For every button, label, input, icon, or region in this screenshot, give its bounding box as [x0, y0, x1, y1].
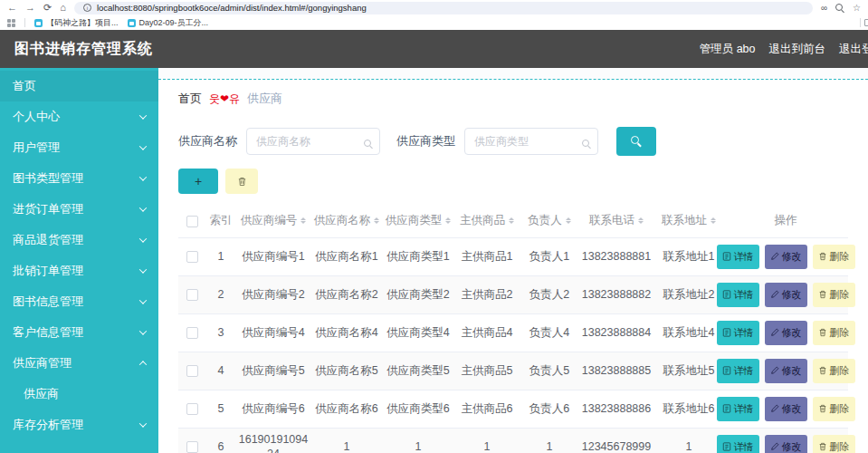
column-header-label: 索引 [210, 214, 233, 226]
detail-button[interactable]: 详情 [717, 283, 759, 307]
zoom-icon[interactable] [835, 4, 844, 13]
sort-carets-icon[interactable] [300, 215, 306, 226]
breadcrumb-home[interactable]: 首页 [178, 91, 202, 107]
column-header-label: 供应商名称 [314, 214, 371, 226]
edit-button[interactable]: 修改 [765, 245, 807, 269]
select-all-checkbox[interactable] [186, 216, 198, 227]
column-header[interactable]: 联系电话 [578, 205, 654, 237]
url-text[interactable]: localhost:8080/springbootk6oce/admin/dis… [97, 3, 367, 13]
url-field[interactable]: i localhost:8080/springbootk6oce/admin/d… [74, 2, 813, 14]
column-header[interactable]: 联系地址 [654, 205, 723, 237]
edit-button[interactable]: 修改 [765, 283, 807, 307]
sidebar-item-2[interactable]: 用户管理 [0, 132, 158, 163]
column-header[interactable]: 供应商类型 [383, 205, 453, 237]
edit-icon [770, 252, 779, 261]
row-checkbox[interactable] [186, 403, 198, 415]
row-checkbox[interactable] [186, 365, 198, 377]
delete-button[interactable]: 删除 [813, 283, 855, 307]
input-search-icon [582, 136, 591, 152]
table-header-checkbox-cell [178, 205, 205, 237]
header-menu: 管理员 abo 退出到前台 退出登录 [700, 42, 868, 57]
sidebar-item-label: 图书信息管理 [13, 294, 83, 310]
apps-grid-icon[interactable] [7, 19, 15, 27]
delete-button[interactable]: 删除 [813, 397, 855, 421]
detail-button[interactable]: 详情 [717, 245, 759, 269]
chevron-down-icon [139, 419, 147, 427]
sidebar-item-home[interactable]: 首页 [0, 71, 158, 101]
search-button[interactable] [616, 127, 656, 156]
row-checkbox[interactable] [186, 289, 198, 301]
row-checkbox-cell [178, 428, 205, 453]
supplier-type-input[interactable] [464, 128, 598, 155]
edit-button[interactable]: 修改 [765, 359, 807, 383]
cell-code: 供应商编号4 [236, 313, 310, 352]
detail-button[interactable]: 详情 [717, 359, 759, 383]
delete-button[interactable]: 删除 [813, 245, 855, 269]
sort-carets-icon[interactable] [711, 215, 716, 226]
edit-button[interactable]: 修改 [765, 397, 807, 421]
delete-button[interactable]: 删除 [813, 435, 855, 453]
sidebar-subitem-供应商[interactable]: 供应商 [0, 379, 158, 410]
sidebar-item-3[interactable]: 图书类型管理 [0, 163, 158, 194]
bookmark-label: Day02-09-员工分... [139, 17, 209, 29]
cell-product: 主供商品1 [453, 237, 520, 275]
sort-carets-icon[interactable] [638, 215, 644, 226]
exit-to-front-button[interactable]: 退出到前台 [769, 42, 826, 57]
delete-button[interactable]: 删除 [813, 359, 855, 383]
batch-delete-button[interactable] [225, 169, 258, 194]
column-header[interactable]: 供应商名称 [310, 205, 383, 237]
sort-carets-icon[interactable] [566, 215, 571, 226]
row-checkbox[interactable] [186, 251, 198, 263]
cell-manager: 负责人1 [520, 237, 578, 275]
forward-icon[interactable]: → [25, 3, 35, 13]
edit-button[interactable]: 修改 [765, 435, 807, 453]
trash-icon [818, 366, 827, 375]
cell-type: 1 [383, 428, 453, 453]
sidebar-item-7[interactable]: 图书信息管理 [0, 286, 158, 317]
home-icon[interactable]: ⌂ [60, 3, 66, 13]
bookmark-item[interactable]: 【码神之路】项目... [34, 17, 119, 29]
sidebar-item-label: 进货订单管理 [13, 201, 83, 217]
sidebar-item-label: 库存分析管理 [13, 417, 83, 433]
add-button[interactable]: + [178, 169, 218, 194]
sort-carets-icon[interactable] [445, 215, 451, 226]
sort-carets-icon[interactable] [509, 215, 514, 226]
edit-button[interactable]: 修改 [765, 321, 807, 345]
reload-icon[interactable]: ⟳ [43, 3, 52, 13]
sidebar-item-8[interactable]: 客户信息管理 [0, 317, 158, 348]
sidebar-item-5[interactable]: 商品退货管理 [0, 225, 158, 255]
search-icon [631, 136, 642, 147]
delete-button-label: 删除 [830, 402, 850, 416]
supplier-name-input[interactable] [246, 128, 380, 155]
page-info-icon[interactable]: i [83, 4, 91, 12]
table-body: 1供应商编号1供应商名称1供应商类型1主供商品1负责人113823888881联… [178, 237, 848, 453]
detail-button[interactable]: 详情 [717, 435, 759, 453]
detail-button[interactable]: 详情 [717, 321, 759, 345]
bookmark-star-icon[interactable]: ☆ [853, 4, 861, 13]
row-checkbox[interactable] [186, 441, 198, 453]
row-checkbox[interactable] [186, 327, 198, 339]
back-icon[interactable]: ← [7, 3, 17, 13]
sort-carets-icon[interactable] [374, 215, 379, 226]
sidebar-item-1[interactable]: 个人中心 [0, 101, 158, 132]
column-header[interactable]: 负责人 [520, 205, 578, 237]
delete-button[interactable]: 删除 [813, 321, 855, 345]
input-search-icon [364, 136, 373, 152]
cell-address: 联系地址4 [654, 313, 723, 352]
sidebar-item-10[interactable]: 库存分析管理 [0, 410, 158, 440]
sidebar-item-4[interactable]: 进货订单管理 [0, 194, 158, 225]
header-user[interactable]: 管理员 abo [700, 42, 756, 57]
chevron-down-icon [139, 173, 147, 180]
detail-icon [722, 442, 731, 451]
cell-operations: 详情修改删除 [723, 275, 848, 313]
detail-button[interactable]: 详情 [717, 397, 759, 421]
sidebar-item-6[interactable]: 批销订单管理 [0, 255, 158, 286]
logout-button[interactable]: 退出登录 [839, 42, 868, 57]
edit-icon [770, 404, 779, 413]
column-header[interactable]: 主供商品 [453, 205, 520, 237]
edit-icon [770, 366, 779, 375]
bookmark-item[interactable]: Day02-09-员工分... [128, 17, 209, 29]
sidebar-item-9[interactable]: 供应商管理 [0, 348, 158, 379]
column-header[interactable]: 供应商编号 [236, 205, 310, 237]
reading-list-icon[interactable]: ∞ [821, 4, 827, 13]
